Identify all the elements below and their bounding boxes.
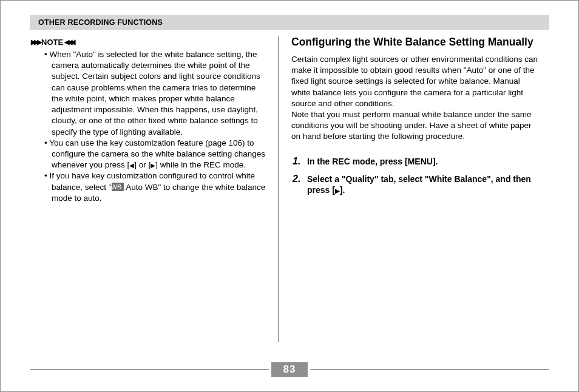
step-item: 1. In the REC mode, press [MENU]. <box>293 156 540 167</box>
list-item: If you have key customization configured… <box>44 171 268 204</box>
page-number-badge: 83 <box>271 362 308 377</box>
step-item: 2. Select a "Quality" tab, select "White… <box>293 174 540 197</box>
footer-rule <box>30 369 269 370</box>
page-footer: 83 <box>30 362 549 377</box>
note-bullet-list: When "Auto" is selected for the white ba… <box>30 49 268 204</box>
step-text: In the REC mode, press [MENU]. <box>307 156 438 167</box>
arrow-left-icon: ◀◀◀ <box>64 38 73 46</box>
footer-line: 83 <box>30 362 549 377</box>
list-item: When "Auto" is selected for the white ba… <box>44 49 268 138</box>
awb-badge: AWB <box>112 183 124 192</box>
note-label-text: NOTE <box>41 38 63 47</box>
section-header-bar: OTHER RECORDING FUNCTIONS <box>30 15 549 30</box>
step-number: 1. <box>293 156 307 167</box>
content-columns: ▶▶▶ NOTE ◀◀◀ When "Auto" is selected for… <box>30 36 549 342</box>
footer-rule <box>310 369 549 370</box>
section-title: Configuring the White Balance Setting Ma… <box>291 36 540 49</box>
body-paragraph: Note that you must perform manual white … <box>291 109 540 143</box>
arrow-right-icon: ▶▶▶ <box>31 38 40 46</box>
manual-page: OTHER RECORDING FUNCTIONS ▶▶▶ NOTE ◀◀◀ W… <box>0 0 579 392</box>
left-column: ▶▶▶ NOTE ◀◀◀ When "Auto" is selected for… <box>30 36 279 342</box>
bullet-text: ] or [ <box>134 160 151 169</box>
body-paragraph: Certain complex light sources or other e… <box>291 54 540 109</box>
step-number: 2. <box>293 174 307 197</box>
bullet-text: When "Auto" is selected for the white ba… <box>49 50 260 137</box>
list-item: You can use the key customization featur… <box>44 138 268 171</box>
triangle-right-icon: ▶ <box>335 188 340 194</box>
note-heading: ▶▶▶ NOTE ◀◀◀ <box>31 38 73 47</box>
right-column: Configuring the White Balance Setting Ma… <box>279 36 540 342</box>
steps-list: 1. In the REC mode, press [MENU]. 2. Sel… <box>291 156 540 197</box>
step-text: Select a "Quality" tab, select "White Ba… <box>307 174 540 197</box>
bullet-text: ] while in the REC mode. <box>155 160 246 169</box>
section-header-text: OTHER RECORDING FUNCTIONS <box>38 18 163 27</box>
